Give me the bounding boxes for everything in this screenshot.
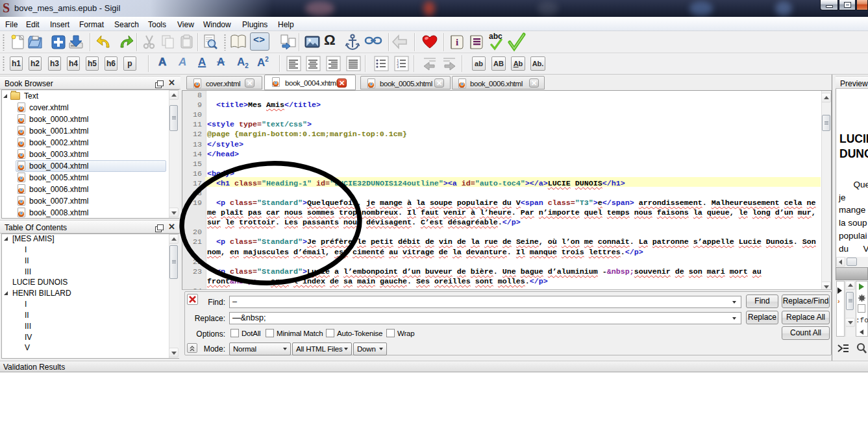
svg-text:i: i [456,37,458,47]
